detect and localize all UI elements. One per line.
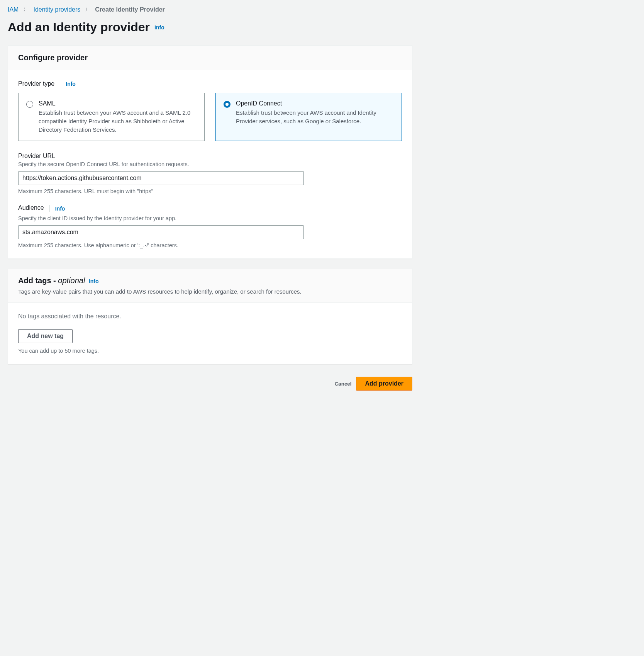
provider-type-info-link[interactable]: Info [66,81,76,87]
tags-status: No tags associated with the resource. [18,313,402,320]
tile-desc: Establish trust between your AWS account… [236,109,394,126]
footer-actions: Cancel Add provider [8,374,412,391]
tags-title-suffix: optional [58,276,85,285]
page-title: Add an Identity provider [8,20,150,34]
add-new-tag-button[interactable]: Add new tag [18,329,73,343]
audience-input[interactable] [18,225,304,239]
audience-info-link[interactable]: Info [55,206,65,212]
breadcrumb-root-link[interactable]: IAM [8,6,19,13]
add-provider-button[interactable]: Add provider [356,377,412,391]
breadcrumb-section-link[interactable]: Identity providers [33,6,80,13]
configure-provider-panel: Configure provider Provider type Info SA… [8,45,412,259]
provider-type-label: Provider type [18,80,54,87]
provider-url-input[interactable] [18,171,304,185]
provider-url-desc: Specify the secure OpenID Connect URL fo… [18,161,402,167]
divider [60,80,60,87]
tile-title: OpenID Connect [236,100,394,107]
provider-type-saml-tile[interactable]: SAML Establish trust between your AWS ac… [18,93,205,141]
tags-heading: Add tags - optional [18,276,87,285]
chevron-right-icon: 〉 [85,6,90,13]
provider-type-oidc-tile[interactable]: OpenID Connect Establish trust between y… [215,93,402,141]
provider-url-field: Provider URL Specify the secure OpenID C… [18,153,402,194]
configure-provider-heading: Configure provider [18,53,88,62]
tags-desc: Tags are key-value pairs that you can ad… [18,288,402,295]
tags-panel: Add tags - optional Info Tags are key-va… [8,268,412,364]
radio-icon [26,101,33,108]
tile-title: SAML [39,100,197,107]
breadcrumb-current: Create Identity Provider [95,6,165,13]
chevron-right-icon: 〉 [23,6,29,13]
audience-label: Audience [18,204,44,211]
radio-icon [224,101,230,108]
tags-hint: You can add up to 50 more tags. [18,348,402,354]
audience-field: Audience Info Specify the client ID issu… [18,204,402,248]
audience-hint: Maximum 255 characters. Use alphanumeric… [18,242,402,248]
provider-url-hint: Maximum 255 characters. URL must begin w… [18,188,402,194]
tags-title-prefix: Add tags - [18,276,58,285]
cancel-button[interactable]: Cancel [335,377,352,391]
tile-desc: Establish trust between your AWS account… [39,109,197,134]
divider [49,205,50,212]
page-info-link[interactable]: Info [154,24,164,31]
audience-desc: Specify the client ID issued by the Iden… [18,215,402,221]
tags-info-link[interactable]: Info [89,278,99,284]
provider-url-label: Provider URL [18,153,402,160]
breadcrumb: IAM 〉 Identity providers 〉 Create Identi… [8,6,412,13]
